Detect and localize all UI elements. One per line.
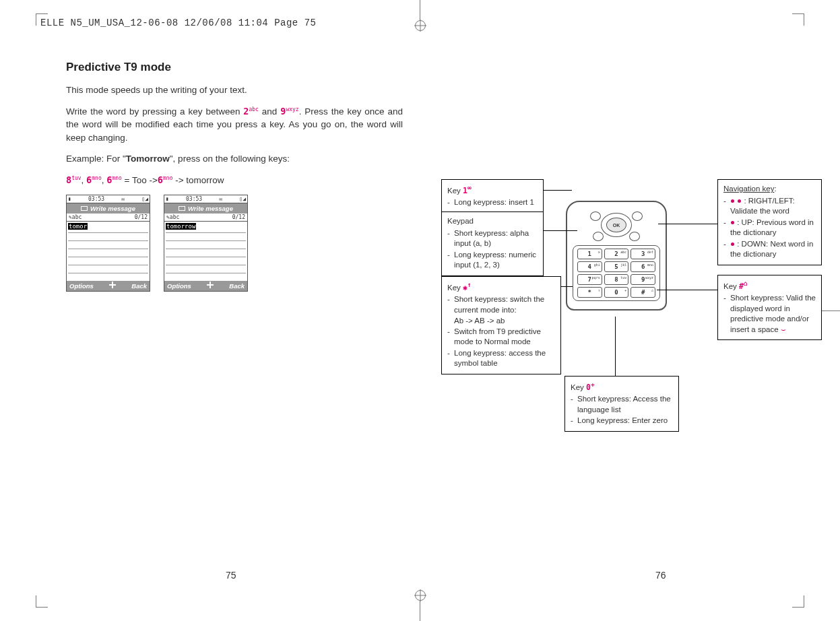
key-7: 7pqrs	[577, 274, 602, 285]
left-page: Predictive T9 mode This mode speeds up t…	[66, 61, 403, 292]
page-number-left: 75	[226, 570, 236, 581]
nav-icon	[109, 282, 116, 288]
section-title: Predictive T9 mode	[66, 61, 403, 74]
key-1: 1∞	[577, 249, 602, 259]
callout-key0: Key 0+ Short keypress: Access the langua…	[564, 376, 679, 432]
dpad-icon: OK	[591, 209, 641, 241]
softkey-options: Options	[167, 282, 191, 290]
callout-navigation: Navigation key: : RIGHT/LEFT: Validate t…	[717, 179, 822, 265]
key-8: 8tuv	[604, 274, 629, 285]
status-bar: ▮03:53✉▯◢	[164, 195, 247, 203]
slugline: ELLE N5_UM_USA_12-06-08 12/06/08 11:04 P…	[40, 18, 316, 28]
key-3: 3def	[631, 249, 655, 259]
key-0: 0+	[604, 287, 629, 298]
key-9: 9wxyz	[631, 274, 655, 285]
status-bar: ▮03:53✉▯◢	[67, 195, 150, 203]
callout-keyhash: Key #⌂ Short keypress: Valid the display…	[717, 275, 822, 340]
key2-icon: 2abc	[243, 106, 259, 117]
registration-mark-bottom	[415, 590, 426, 621]
key-2: 2abc	[604, 249, 629, 259]
key-hash: #⌂	[631, 287, 655, 298]
example-intro: Example: For "Tomorrow", press on the fo…	[66, 152, 403, 166]
keypad-grid: 1∞ 2abc 3def 4ghi 5jkl 6mno 7pqrs 8tuv 9…	[573, 245, 660, 301]
screen-title: Write message	[164, 203, 247, 214]
softkey-back: Back	[229, 282, 245, 290]
key-star: *↑	[577, 287, 602, 298]
callout-keypad: Keypad Short keypress: alpha input (a, b…	[441, 211, 544, 276]
key-sequence: 8tuv, 6mno, 6mno = Too ->6mno -> tomorro…	[66, 174, 403, 187]
softkeys: Options Back	[164, 281, 247, 291]
nav-icon	[207, 282, 214, 288]
lead-line	[658, 224, 724, 224]
mode-line: ✎abc0/12	[67, 214, 150, 222]
key-6: 6mno	[631, 261, 655, 272]
page-number-right: 76	[655, 570, 666, 581]
key-4: 4ghi	[577, 261, 602, 272]
mode-line: ✎abc0/12	[164, 214, 247, 222]
key9-icon: 9wxyz	[280, 106, 298, 117]
key-5: 5jkl	[604, 261, 629, 272]
lead-line	[657, 290, 719, 290]
typed-text: tomorrow	[166, 223, 196, 230]
screen-title: Write message	[67, 203, 150, 214]
crop-mark-br	[792, 595, 804, 608]
phone-screen-1: ▮03:53✉▯◢ Write message ✎abc0/12 tomor O…	[66, 195, 150, 292]
crop-mark-bl	[36, 595, 48, 608]
intro-paragraph: This mode speeds up the writing of your …	[66, 84, 403, 97]
callout-key1: Key 1∞ Long keypress: insert 1	[441, 179, 544, 214]
ok-key: OK	[606, 218, 626, 232]
phone-keypad-illustration: OK 1∞ 2abc 3def 4ghi 5jkl 6mno 7pqrs 8tu…	[566, 201, 667, 310]
phone-screen-2: ▮03:53✉▯◢ Write message ✎abc0/12 tomorro…	[164, 195, 248, 292]
phone-screens-row: ▮03:53✉▯◢ Write message ✎abc0/12 tomor O…	[66, 195, 403, 292]
lead-line	[615, 317, 616, 377]
softkey-options: Options	[69, 282, 94, 290]
crop-mark-tr	[792, 13, 804, 26]
callout-keystar: Key ✱↑ Short keypress: switch the curren…	[441, 276, 561, 374]
typed-text: tomor	[68, 223, 88, 230]
key-range-paragraph: Write the word by pressing a key between…	[66, 105, 403, 145]
softkeys: Options Back	[67, 281, 150, 291]
registration-mark-top	[415, 0, 426, 31]
softkey-back: Back	[131, 282, 147, 290]
